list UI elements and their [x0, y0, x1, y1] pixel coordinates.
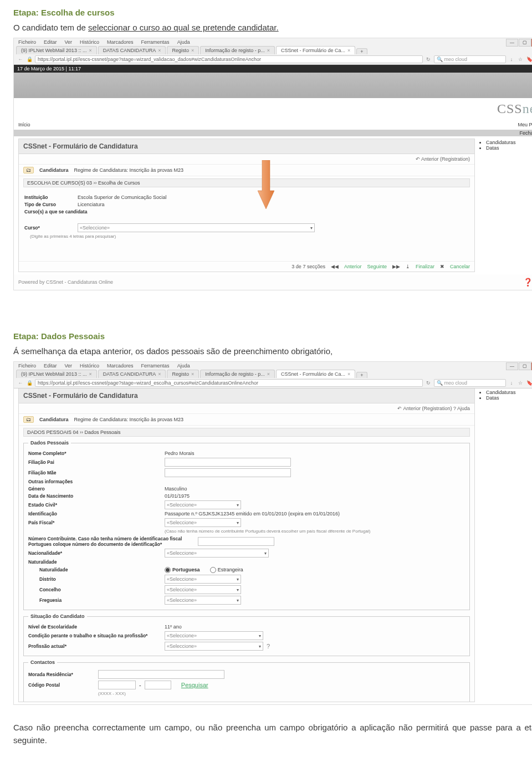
menu-historico[interactable]: Histórico — [80, 363, 99, 369]
menu-ajuda[interactable]: Ajuda — [177, 39, 190, 45]
side-datas[interactable]: Datas — [486, 145, 532, 151]
tab-4[interactable]: Informação de registo - p...× — [200, 46, 275, 54]
meuperfil-link[interactable]: Meu Perfil — [518, 122, 532, 127]
curso-label: Curso* — [24, 225, 74, 231]
star-icon[interactable]: ☆ — [517, 57, 524, 62]
concelho-select[interactable]: «Seleccione»▾ — [165, 585, 241, 594]
cond-select[interactable]: «Seleccione»▾ — [165, 631, 263, 640]
tab-close-icon[interactable]: × — [347, 371, 350, 377]
search-placeholder: meo cloud — [444, 57, 468, 62]
menu-editar[interactable]: Editar — [44, 363, 57, 369]
tab-close-icon[interactable]: × — [158, 371, 161, 377]
tab-close-icon[interactable]: × — [191, 371, 194, 377]
tab-close-icon[interactable]: × — [89, 371, 91, 377]
menu-ajuda[interactable]: Ajuda — [177, 363, 190, 369]
dnasc-label: Data de Nascimento — [28, 493, 161, 499]
nav-anterior[interactable]: Anterior — [344, 264, 362, 269]
breadcrumb-regime: Regime de Candidatura: Inscrição às prov… — [74, 417, 184, 422]
pesquisar-link[interactable]: Pesquisar — [181, 682, 208, 688]
tab-close-icon[interactable]: × — [347, 48, 350, 53]
maximize-button[interactable]: ▢ — [519, 362, 531, 370]
screenshot-2: — ▢ ✕ Ficheiro Editar Ver Histórico Marc… — [13, 361, 532, 705]
menu-ficheiro[interactable]: Ficheiro — [18, 363, 36, 369]
ident-label: Identificação — [28, 511, 161, 517]
menu-editar[interactable]: Editar — [44, 39, 57, 45]
back-icon[interactable]: ← — [17, 57, 24, 62]
menu-historico[interactable]: Histórico — [80, 39, 99, 45]
prof-select[interactable]: «Seleccione»▾ — [165, 642, 263, 651]
fechar-link[interactable]: Fechar — [519, 130, 532, 136]
browser-search[interactable]: 🔍 meo cloud — [434, 55, 506, 63]
instituicao-value: Escola Superior de Comunicação Social — [78, 195, 167, 200]
minimize-button[interactable]: — — [506, 362, 518, 370]
nacionalidade-label: Nacionalidade* — [28, 550, 161, 556]
nif-input[interactable] — [198, 537, 274, 546]
distrito-select[interactable]: «Seleccione»▾ — [165, 575, 241, 584]
browser-search[interactable]: 🔍 meo cloud — [434, 379, 506, 387]
nacionalidade-select[interactable]: «Seleccione»▾ — [165, 549, 269, 558]
pai-input[interactable] — [165, 458, 291, 467]
anterior-link[interactable]: Anterior (Registration) ? Ajuda — [403, 406, 470, 411]
side-candidaturas[interactable]: Candidaturas — [486, 390, 532, 395]
url-input[interactable]: https://portal.ipl.pt//escs-cssnet/page?… — [35, 379, 423, 387]
menu-marcadores[interactable]: Marcadores — [107, 39, 134, 45]
reload-icon[interactable]: ↻ — [425, 57, 432, 62]
curso-select[interactable]: «Seleccione» ▾ — [78, 223, 315, 232]
inicio-link[interactable]: Início — [18, 122, 30, 127]
mae-input[interactable] — [165, 468, 291, 477]
ecivil-select[interactable]: «Seleccione»▾ — [165, 500, 241, 509]
back-icon[interactable]: ← — [17, 380, 24, 386]
radio-estrangeira[interactable]: Estrangeira — [210, 567, 243, 573]
reload-icon[interactable]: ↻ — [425, 380, 432, 386]
help-icon[interactable]: ❓ — [523, 278, 532, 287]
tab-3[interactable]: Registo× — [167, 370, 199, 378]
morada-input[interactable] — [98, 670, 224, 679]
tab-new[interactable]: + — [356, 48, 367, 54]
menu-ver[interactable]: Ver — [65, 363, 73, 369]
side-datas[interactable]: Datas — [486, 395, 532, 401]
maximize-button[interactable]: ▢ — [519, 39, 531, 47]
tab-2[interactable]: DATAS CANDIDATURA× — [98, 46, 166, 54]
tab-5[interactable]: CSSnet - Formulário de Ca...× — [276, 46, 355, 54]
nav-seguinte[interactable]: Seguinte — [367, 264, 387, 269]
menu-ver[interactable]: Ver — [65, 39, 73, 45]
cp-input-2[interactable] — [145, 681, 171, 689]
nav-cancelar[interactable]: Cancelar — [450, 264, 470, 269]
dl-icon[interactable]: ↓ — [508, 57, 515, 62]
pfiscal-select[interactable]: «Seleccione»▾ — [165, 518, 241, 527]
url-input[interactable]: https://portal.ipl.pt//escs-cssnet/page?… — [35, 55, 423, 63]
freguesia-select[interactable]: «Seleccione»▾ — [165, 596, 241, 605]
menu-marcadores[interactable]: Marcadores — [107, 363, 134, 369]
tab-4[interactable]: Informação de registo - p...× — [200, 370, 275, 378]
section-intro-1: O candidato tem de seleccionar o curso a… — [13, 23, 532, 32]
radio-portuguesa[interactable]: Portuguesa — [165, 567, 200, 573]
nome-value: Pedro Morais — [165, 451, 195, 456]
tab-close-icon[interactable]: × — [267, 371, 270, 377]
menu-ficheiro[interactable]: Ficheiro — [18, 39, 36, 45]
menu-ferramentas[interactable]: Ferramentas — [141, 363, 170, 369]
tab-1[interactable]: (9) IPLNet WebMail 2013 :: ...× — [16, 46, 97, 54]
help-icon[interactable]: ? — [267, 643, 270, 650]
tab-close-icon[interactable]: × — [89, 48, 91, 53]
minimize-button[interactable]: — — [506, 39, 518, 47]
bookmark-icon[interactable]: 🔖 — [526, 380, 532, 386]
tab-close-icon[interactable]: × — [158, 48, 161, 53]
tipo-curso-value: Licenciatura — [78, 202, 105, 207]
star-icon[interactable]: ☆ — [517, 380, 524, 386]
tab-1[interactable]: (9) IPLNet WebMail 2013 :: ...× — [16, 370, 97, 378]
tab-close-icon[interactable]: × — [191, 48, 194, 53]
tab-5[interactable]: CSSnet - Formulário de Ca...× — [276, 370, 355, 378]
side-column: Candidaturas Datas — [479, 139, 532, 272]
side-candidaturas[interactable]: Candidaturas — [486, 140, 532, 145]
tab-2[interactable]: DATAS CANDIDATURA× — [98, 370, 166, 378]
cp-input-1[interactable] — [98, 681, 136, 689]
dl-icon[interactable]: ↓ — [508, 380, 515, 386]
bookmark-icon[interactable]: 🔖 — [526, 57, 532, 62]
tab-close-icon[interactable]: × — [267, 48, 270, 53]
tab-new[interactable]: + — [356, 372, 367, 378]
browser-chrome: Ficheiro Editar Ver Histórico Marcadores… — [14, 362, 532, 388]
nav-finalizar[interactable]: Finalizar — [416, 264, 434, 269]
anterior-link[interactable]: Anterior (Registration) — [421, 156, 470, 162]
menu-ferramentas[interactable]: Ferramentas — [141, 39, 170, 45]
tab-3[interactable]: Registo× — [167, 46, 199, 54]
